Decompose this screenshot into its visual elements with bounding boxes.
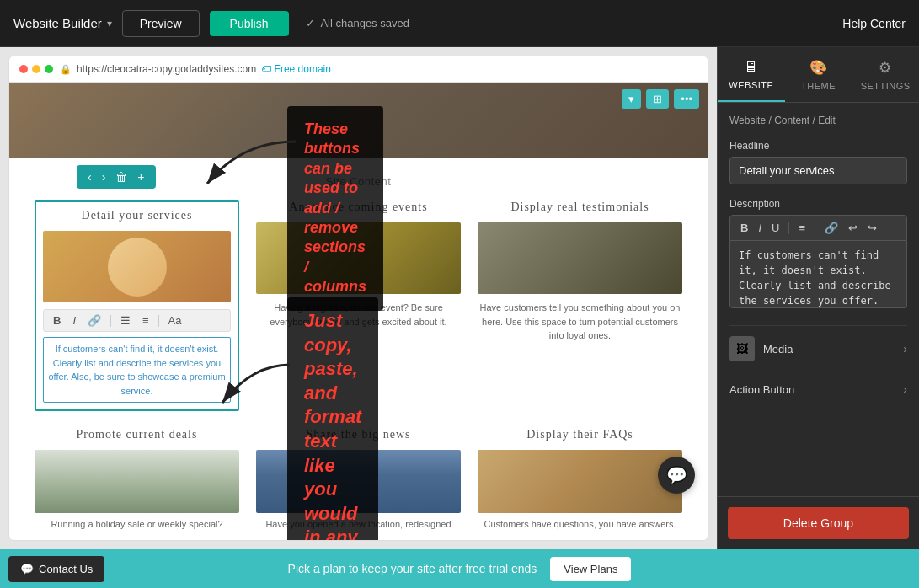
deal-text-1: Running a holiday sale or weekly special…	[35, 518, 239, 531]
preview-button[interactable]: Preview	[122, 10, 200, 37]
deal-title-2: Share the big news	[256, 428, 461, 441]
browser-bar: 🔒 https://cleocatra-copy.godaddysites.co…	[9, 56, 708, 83]
tab-settings-label: SETTINGS	[861, 81, 911, 91]
breadcrumb: Website / Content / Edit	[729, 115, 907, 126]
desc-link[interactable]: 🔗	[821, 220, 842, 236]
text-editor-toolbar: B I 🔗 ☰ ≡ Aa	[43, 309, 231, 332]
deal-image-2	[256, 450, 461, 513]
media-icon: 🖼	[729, 336, 755, 361]
desc-bold[interactable]: B	[737, 220, 751, 236]
panel-tabs: 🖥 WEBSITE 🎨 THEME ⚙ SETTINGS	[718, 47, 919, 103]
service-title-2: Announce coming events	[256, 200, 461, 214]
save-status: ✓ All changes saved	[306, 17, 409, 29]
chat-fab-button[interactable]: 💬	[658, 457, 695, 494]
bottom-bar: 💬 Contact Us Pick a plan to keep your si…	[0, 549, 919, 588]
deal-image-3	[478, 450, 682, 513]
tab-website[interactable]: 🖥 WEBSITE	[718, 47, 785, 102]
deal-image-1	[35, 450, 239, 513]
theme-tab-icon: 🎨	[809, 59, 828, 77]
te-divider-1	[110, 315, 111, 327]
description-field-group: Description B I U ≡ 🔗 ↩ ↪ If customers c…	[729, 198, 907, 312]
desc-italic[interactable]: I	[755, 220, 765, 236]
description-textarea[interactable]: If customers can't find it, it doesn't e…	[729, 241, 907, 308]
toolbar-add-btn[interactable]: +	[133, 168, 148, 185]
deal-text-3: Customers have questions, you have answe…	[478, 518, 682, 531]
deal-col-2: Share the big news Have you opened a new…	[256, 428, 461, 531]
headline-field-group: Headline	[729, 140, 907, 184]
service-text-2: Having a big sale, on-site event? Be sur…	[256, 301, 461, 329]
service-text-1: If customers can't find it, it doesn't e…	[43, 337, 231, 403]
url-bar: 🔒 https://cleocatra-copy.godaddysites.co…	[60, 63, 331, 75]
contact-us-button[interactable]: 💬 Contact Us	[8, 556, 104, 582]
site-content: ▾ ⊞ ••• ‹ › 🗑 + Site Content	[9, 83, 708, 540]
tab-website-label: WEBSITE	[729, 80, 773, 90]
section-controls: ▾ ⊞ •••	[622, 89, 699, 109]
section-grid[interactable]: ⊞	[646, 89, 669, 109]
desc-underline[interactable]: U	[768, 220, 783, 236]
action-button-row[interactable]: Action Button ›	[729, 372, 907, 406]
service-col-1[interactable]: Detail your services B I 🔗	[35, 200, 239, 411]
service-image-3	[478, 222, 682, 294]
media-label: Media	[763, 343, 903, 355]
media-arrow-icon: ›	[903, 342, 907, 355]
description-label: Description	[729, 198, 907, 210]
browser-chrome: 🔒 https://cleocatra-copy.godaddysites.co…	[8, 56, 708, 541]
desc-toolbar: B I U ≡ 🔗 ↩ ↪	[729, 215, 907, 241]
desc-align[interactable]: ≡	[795, 220, 809, 236]
deals-grid: Promote current deals Running a holiday …	[9, 428, 708, 540]
section-move-up[interactable]: ▾	[622, 89, 641, 109]
app-header: Website Builder ▾ Preview Publish ✓ All …	[0, 0, 919, 47]
service-text-3: Have customers tell you something about …	[478, 301, 682, 343]
toolbar-back-btn[interactable]: ‹	[83, 168, 96, 185]
service-col-3[interactable]: Display real testimonials Have customers…	[478, 200, 682, 411]
brand-logo[interactable]: Website Builder ▾	[13, 16, 112, 30]
url-text: https://cleocatra-copy.godaddysites.com	[77, 63, 256, 75]
tab-theme[interactable]: 🎨 THEME	[785, 47, 852, 102]
browser-dots	[19, 65, 53, 73]
canvas-area: 🔒 https://cleocatra-copy.godaddysites.co…	[0, 47, 717, 549]
desc-redo[interactable]: ↪	[864, 220, 880, 236]
desc-divider-1	[788, 222, 789, 234]
site-header-image: ▾ ⊞ •••	[9, 83, 708, 158]
service-col-2[interactable]: Announce coming events Having a big sale…	[256, 200, 461, 411]
brand-chevron-icon: ▾	[107, 18, 112, 29]
service-title-1: Detail your services	[43, 209, 231, 222]
help-center-link[interactable]: Help Center	[842, 17, 906, 30]
desc-divider-2	[815, 222, 815, 234]
check-icon: ✓	[306, 17, 315, 29]
te-bold[interactable]: B	[51, 313, 63, 328]
action-button-label: Action Button	[729, 383, 903, 396]
panel-body: Website / Content / Edit Headline Descri…	[718, 103, 919, 496]
brand-text: Website Builder	[13, 16, 102, 30]
breadcrumb-text: Website / Content / Edit	[729, 115, 836, 126]
deal-col-3: Display their FAQs Customers have questi…	[478, 428, 682, 531]
headline-input[interactable]	[729, 157, 907, 184]
te-format[interactable]: Aa	[166, 313, 184, 328]
maximize-dot	[45, 65, 53, 73]
service-image-2	[256, 222, 461, 294]
headline-label: Headline	[729, 140, 907, 152]
te-link[interactable]: 🔗	[85, 313, 104, 328]
section-edit-toolbar: ‹ › 🗑 +	[77, 165, 156, 189]
service-image-1	[43, 231, 231, 302]
deal-text-2: Have you opened a new location, redesign…	[256, 518, 461, 531]
view-plans-button[interactable]: View Plans	[550, 557, 631, 581]
tab-settings[interactable]: ⚙ SETTINGS	[852, 47, 919, 102]
te-italic[interactable]: I	[70, 313, 78, 328]
desc-undo[interactable]: ↩	[845, 220, 861, 236]
close-dot	[19, 65, 28, 73]
promo-text: Pick a plan to keep your site after free…	[288, 562, 537, 575]
publish-button[interactable]: Publish	[210, 11, 289, 36]
service-title-3: Display real testimonials	[478, 200, 682, 214]
section-more[interactable]: •••	[674, 89, 699, 109]
toolbar-forward-btn[interactable]: ›	[98, 168, 110, 185]
toolbar-delete-btn[interactable]: 🗑	[111, 168, 131, 185]
services-section: Site Content Detail your services	[9, 158, 708, 428]
delete-group-button[interactable]: Delete Group	[728, 507, 909, 539]
free-domain-badge[interactable]: 🏷 Free domain	[261, 63, 331, 75]
te-list[interactable]: ☰	[118, 313, 133, 328]
action-button-arrow-icon: ›	[903, 382, 907, 396]
te-ordered-list[interactable]: ≡	[140, 313, 152, 328]
right-panel: 🖥 WEBSITE 🎨 THEME ⚙ SETTINGS Website / C…	[717, 47, 919, 549]
media-row[interactable]: 🖼 Media ›	[729, 325, 907, 372]
